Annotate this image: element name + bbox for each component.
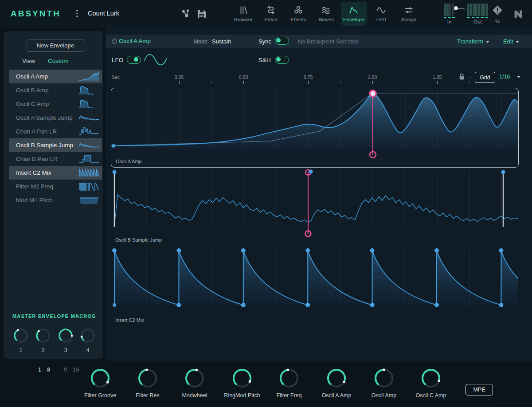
mode-value[interactable]: Sustain	[212, 38, 231, 45]
macro-knob-filter-res[interactable]: Filter Res	[137, 368, 158, 391]
macro-knob-4[interactable]: 4	[79, 327, 96, 353]
tab-waves[interactable]: Waves	[313, 2, 339, 26]
input-meter: In	[444, 4, 455, 24]
ruler-tickmark	[211, 81, 212, 84]
lfo-label: LFO	[112, 57, 123, 63]
envelope-icon	[349, 5, 359, 15]
macro-bank-1-8[interactable]: 1 - 8	[38, 367, 51, 373]
grid-button[interactable]: Grid	[475, 72, 495, 83]
macro-bank-9-16[interactable]: 9 - 16	[64, 367, 79, 373]
sidebar-view-tabs: View Custom	[4, 58, 103, 67]
assign-icon	[404, 5, 414, 15]
macro-knob-oscil-a-amp[interactable]: Oscil A Amp	[326, 368, 347, 391]
envelope-list-item-chan-a-pan-lr[interactable]: Chan A Pan LR	[9, 125, 102, 138]
tab-lfo[interactable]: LFO	[368, 2, 394, 26]
envelope-thumbnail	[79, 167, 99, 178]
master-envelope-macros-title: MASTER ENVELOPE MACROS	[12, 313, 96, 319]
preset-molecule-icon[interactable]	[180, 8, 192, 20]
app-logo: ABSYNTH	[11, 9, 61, 19]
macro-knob-oscil-c-amp[interactable]: Oscil C Amp	[420, 368, 442, 391]
warning-diamond-icon	[492, 4, 503, 16]
tab-browser[interactable]: Browser	[231, 2, 256, 26]
envelope-thumbnail	[79, 153, 99, 164]
lfo-toggle[interactable]	[127, 56, 141, 64]
envelope-thumbnail	[79, 126, 99, 137]
envelope-thumbnail	[79, 181, 99, 192]
patch-name[interactable]: Count Lurk	[88, 10, 119, 17]
tab-patch[interactable]: Patch	[258, 2, 284, 26]
app-menu-icon[interactable]	[76, 10, 79, 19]
patch-icon	[266, 5, 276, 15]
tab-assign[interactable]: Assign	[396, 2, 422, 26]
tab-view[interactable]: View	[22, 58, 35, 64]
envelope-list-item-oscil-b-sample-jump[interactable]: Oscil B Sample Jump	[9, 138, 102, 152]
envelope-list-item-oscil-a-amp[interactable]: Oscil A Amp	[9, 70, 102, 83]
ruler-tickmark	[372, 81, 373, 84]
panel-label: Oscil A Amp	[116, 159, 142, 164]
sh-label: S&H	[258, 57, 271, 63]
macro-knob-oscil-amp[interactable]: Oscil Amp	[373, 368, 395, 391]
macro-knob-ringmod-pitch[interactable]: RingMod Pitch	[231, 368, 253, 391]
time-ruler[interactable]: Sec 0.25 0.50 0.75 1.00 1.25 ... Grid 1/…	[106, 72, 532, 86]
envelope-list-item-chan-b-pan-lr[interactable]: Chan B Pan LR	[9, 152, 102, 166]
output-meter-label: Out	[467, 19, 488, 24]
chevron-down-icon	[486, 41, 489, 43]
new-envelope-button[interactable]: New Envelope	[27, 39, 84, 52]
mpe-button[interactable]: MPE	[466, 384, 493, 395]
ruler-tick-label: 1.25	[433, 74, 442, 80]
macro-knob-2[interactable]: 2	[35, 327, 51, 353]
envelope-list: Oscil A Amp Oscil B Amp Oscil C Amp Osci…	[4, 70, 103, 207]
envelope-list-item-oscil-b-amp[interactable]: Oscil B Amp	[9, 83, 102, 97]
ruler-tick-label: 0.25	[175, 74, 184, 80]
edit-dropdown[interactable]: Edit	[503, 38, 519, 45]
envelope-display-insert-c2-mix[interactable]: Insert C2 Mix	[111, 246, 518, 328]
envelope-list-item-filter-m2-freq[interactable]: Filter M2 Freq	[9, 180, 102, 193]
envelope-thumbnail	[79, 85, 99, 95]
chevron-down-icon	[517, 76, 520, 78]
transform-dropdown[interactable]: Transform	[457, 38, 489, 45]
selected-envelope-name: Oscil A Amp	[119, 38, 151, 44]
lfo-waveform-icon[interactable]	[143, 51, 168, 70]
ruler-tickmark	[437, 81, 438, 84]
chevron-down-icon	[516, 41, 519, 43]
waves-icon	[321, 5, 331, 15]
macro-knob-filter-groove[interactable]: Filter Groove	[90, 368, 111, 391]
envelope-display-oscil-a-amp[interactable]: Oscil A Amp	[111, 88, 519, 168]
sample-hold-toggle[interactable]	[275, 56, 289, 64]
ruler-tick-label: 0.50	[239, 74, 248, 80]
tab-envelope[interactable]: Envelope	[341, 2, 367, 26]
envelope-list-item-oscil-c-amp[interactable]: Oscil C Amp	[9, 97, 102, 111]
envelope-thumbnail	[79, 71, 99, 82]
browser-icon	[239, 5, 248, 15]
lfo-icon	[376, 5, 386, 15]
macro-knob-1[interactable]: 1	[12, 327, 29, 353]
ruler-tickmark	[147, 81, 147, 84]
envelope-list-item-mod-m1-pitch[interactable]: Mod M1 Pitch	[9, 193, 102, 207]
sync-toggle[interactable]	[275, 37, 289, 45]
ruler-tickmark	[469, 81, 470, 84]
macro-knob-modwheel[interactable]: Modwheel	[184, 368, 205, 391]
io-slider[interactable]	[455, 6, 465, 11]
grid-division-value[interactable]: 1/16	[499, 74, 510, 80]
envelope-list-item-insert-c2-mix[interactable]: Insert C2 Mix	[9, 166, 102, 180]
output-meter: Out	[467, 4, 488, 24]
panel-label: Insert C2 Mix	[115, 317, 144, 323]
ni-logo	[511, 8, 526, 22]
ruler-tickmark	[340, 81, 341, 84]
envelope-thumbnail	[79, 112, 99, 123]
save-icon[interactable]	[196, 8, 207, 20]
power-icon[interactable]	[111, 38, 118, 47]
envelope-list-item-oscil-a-sample-jump[interactable]: Oscil A Sample Jump	[9, 111, 102, 125]
macro-knob-filter-freq[interactable]: Filter Freq	[278, 368, 300, 391]
mode-label: Mode	[193, 38, 208, 45]
envelope-display-oscil-b-sample-jump[interactable]: Oscil B Sample Jump	[111, 168, 518, 245]
ruler-tickmark	[308, 81, 309, 84]
macro-knob-3[interactable]: 3	[57, 327, 74, 353]
tab-effects[interactable]: Effects	[286, 2, 311, 26]
cpu-overload-indicator[interactable]: %	[491, 4, 504, 24]
envelope-header-bar: Oscil A Amp Mode Sustain Sync No Breakpo…	[106, 35, 532, 48]
ruler-tickmark	[243, 81, 244, 84]
lock-icon[interactable]	[458, 73, 465, 82]
ruler-more-menu[interactable]: ...	[467, 73, 473, 79]
tab-custom[interactable]: Custom	[48, 58, 69, 64]
